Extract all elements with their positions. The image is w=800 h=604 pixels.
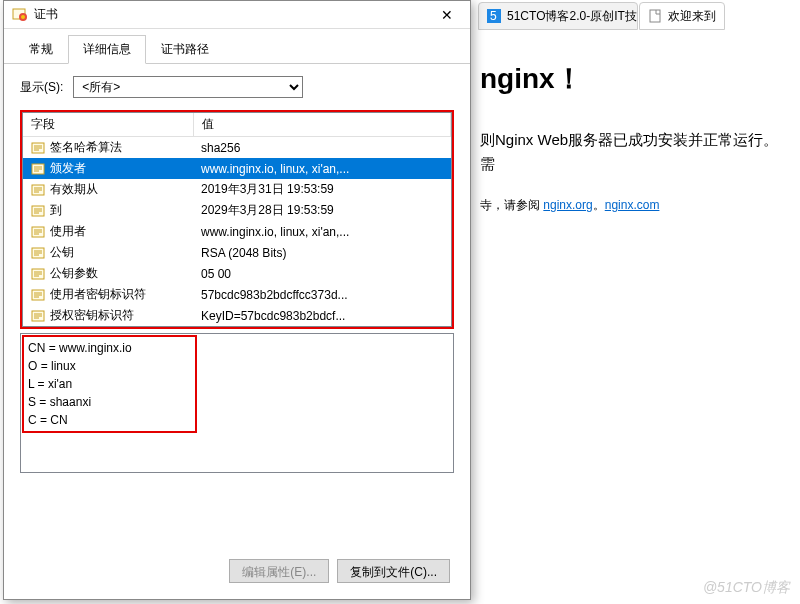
page-body: nginx！ 则Nginx Web服务器已成功安装并正常运行。需 寺，请参阅 n… [470, 40, 800, 252]
dialog-buttons: 编辑属性(E)... 复制到文件(C)... [229, 559, 450, 583]
page-paragraph-1: 则Nginx Web服务器已成功安装并正常运行。需 [480, 128, 790, 176]
fields-scroll-area[interactable]: 字段 值 签名哈希算法sha256颁发者www.inginx.io, linux… [22, 112, 452, 327]
field-icon [31, 309, 45, 323]
table-row[interactable]: 颁发者www.inginx.io, linux, xi'an,... [23, 158, 451, 179]
col-value[interactable]: 值 [193, 113, 451, 137]
page-paragraph-2: 寺，请参阅 nginx.org。nginx.com [480, 192, 790, 216]
certificate-icon [12, 7, 28, 23]
field-name: 公钥参数 [50, 266, 98, 280]
field-name: 授权密钥标识符 [50, 308, 134, 322]
col-field[interactable]: 字段 [23, 113, 193, 137]
text-fragment: 寺，请参阅 [480, 198, 543, 212]
page-heading: nginx！ [480, 60, 790, 98]
table-row[interactable]: 公钥RSA (2048 Bits) [23, 242, 451, 263]
field-icon [31, 267, 45, 281]
tab-path[interactable]: 证书路径 [146, 35, 224, 64]
field-icon [31, 162, 45, 176]
table-row[interactable]: 到2029年3月28日 19:53:59 [23, 200, 451, 221]
field-name: 公钥 [50, 245, 74, 259]
field-name: 到 [50, 203, 62, 217]
table-row[interactable]: 使用者密钥标识符57bcdc983b2bdcffcc373d... [23, 284, 451, 305]
link-nginx-com[interactable]: nginx.com [605, 198, 660, 212]
field-value: 57bcdc983b2bdcffcc373d... [193, 284, 451, 305]
svg-text:5: 5 [490, 9, 497, 23]
browser-tab-nginx[interactable]: 欢迎来到 [639, 2, 725, 30]
tab-title: 欢迎来到 [668, 8, 716, 25]
field-icon [31, 183, 45, 197]
field-icon [31, 225, 45, 239]
text-fragment: 。 [593, 198, 605, 212]
dialog-title: 证书 [34, 6, 432, 23]
show-filter-row: 显示(S): <所有> [4, 64, 470, 106]
field-name: 使用者 [50, 224, 86, 238]
tab-favicon: 5 [487, 9, 501, 23]
tab-details[interactable]: 详细信息 [68, 35, 146, 64]
tab-general[interactable]: 常规 [14, 35, 68, 64]
field-value: 2019年3月31日 19:53:59 [193, 179, 451, 200]
field-value: www.inginx.io, linux, xi'an,... [193, 158, 451, 179]
fields-highlight-box: 字段 值 签名哈希算法sha256颁发者www.inginx.io, linux… [20, 110, 454, 329]
link-nginx-org[interactable]: nginx.org [543, 198, 592, 212]
table-row[interactable]: 使用者www.inginx.io, linux, xi'an,... [23, 221, 451, 242]
field-value: 05 00 [193, 263, 451, 284]
page-icon [648, 9, 662, 23]
table-row[interactable]: 有效期从2019年3月31日 19:53:59 [23, 179, 451, 200]
field-icon [31, 246, 45, 260]
field-icon [31, 141, 45, 155]
dialog-tabs: 常规 详细信息 证书路径 [4, 29, 470, 64]
browser-tab-51cto[interactable]: 5 51CTO博客2.0-原创IT技术文章 × [478, 2, 638, 30]
browser-tab-strip: 5 51CTO博客2.0-原创IT技术文章 × 欢迎来到 [478, 2, 800, 30]
certificate-dialog: 证书 ✕ 常规 详细信息 证书路径 显示(S): <所有> 字段 值 签名哈希算… [3, 0, 471, 600]
copy-to-file-button[interactable]: 复制到文件(C)... [337, 559, 450, 583]
field-value: KeyID=57bcdc983b2bdcf... [193, 305, 451, 326]
table-row[interactable]: 授权密钥标识符KeyID=57bcdc983b2bdcf... [23, 305, 451, 326]
field-value: sha256 [193, 137, 451, 159]
svg-rect-2 [650, 10, 660, 22]
svg-point-5 [21, 15, 25, 19]
field-value: 2029年3月28日 19:53:59 [193, 200, 451, 221]
detail-highlight-box: CN = www.inginx.io O = linux L = xi'an S… [22, 335, 197, 433]
field-name: 签名哈希算法 [50, 140, 122, 154]
field-value: www.inginx.io, linux, xi'an,... [193, 221, 451, 242]
fields-table: 字段 值 签名哈希算法sha256颁发者www.inginx.io, linux… [23, 113, 451, 326]
close-button[interactable]: ✕ [432, 4, 462, 26]
show-label: 显示(S): [20, 79, 63, 96]
titlebar: 证书 ✕ [4, 1, 470, 29]
field-value: RSA (2048 Bits) [193, 242, 451, 263]
table-row[interactable]: 公钥参数05 00 [23, 263, 451, 284]
field-name: 使用者密钥标识符 [50, 287, 146, 301]
tab-title: 51CTO博客2.0-原创IT技术文章 [507, 8, 638, 25]
field-icon [31, 288, 45, 302]
show-select[interactable]: <所有> [73, 76, 303, 98]
edit-properties-button[interactable]: 编辑属性(E)... [229, 559, 329, 583]
field-name: 有效期从 [50, 182, 98, 196]
detail-textarea[interactable]: CN = www.inginx.io O = linux L = xi'an S… [20, 333, 454, 473]
watermark: @51CTO博客 [703, 579, 790, 597]
table-row[interactable]: 签名哈希算法sha256 [23, 137, 451, 159]
field-icon [31, 204, 45, 218]
field-name: 颁发者 [50, 161, 86, 175]
